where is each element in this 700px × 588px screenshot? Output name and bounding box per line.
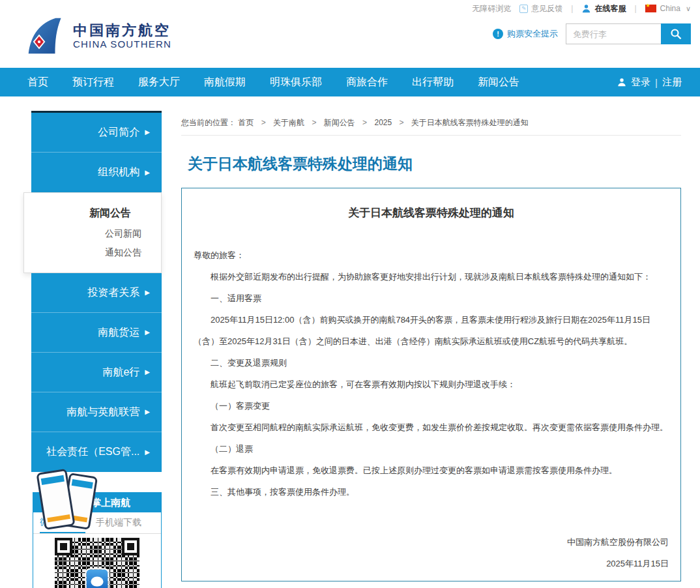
accessibility-link[interactable]: 无障碍浏览 (472, 3, 511, 14)
mobile-app-widget: 掌上南航 微信公众号 手机端下载 (33, 492, 162, 588)
article-paragraph: （二）退票 (194, 438, 669, 460)
nav-item-home[interactable]: 首页 (27, 76, 48, 89)
nav-items: 首页 预订行程 服务大厅 南航假期 明珠俱乐部 商旅合作 出行帮助 新闻公告 (0, 76, 519, 89)
nav-item-booking[interactable]: 预订行程 (72, 76, 114, 89)
sidebar-item-organization[interactable]: 组织机构 ▶ (31, 153, 162, 192)
search-input[interactable] (566, 23, 661, 44)
sidebar-item-label: 投资者关系 (87, 286, 139, 300)
sidebar-item-label: 南航e行 (102, 366, 139, 379)
breadcrumb-about[interactable]: 关于南航 (273, 118, 304, 127)
notice-article: 关于日本航线客票特殊处理的通知 尊敬的旅客： 根据外交部近期发布的出行提醒，为协… (181, 188, 681, 581)
article-paragraph: 二、变更及退票规则 (194, 352, 669, 374)
page-title: 关于日本航线客票特殊处理的通知 (188, 154, 681, 174)
breadcrumb-news[interactable]: 新闻公告 (324, 118, 355, 127)
breadcrumb-separator: > (261, 118, 266, 127)
search-icon (670, 28, 682, 40)
article-paragraph: 在客票有效期内申请退票，免收退票费。已按上述原则办理过变更的客票如申请退票需按客… (194, 460, 669, 481)
arrow-right-icon: ▶ (145, 369, 150, 375)
feedback-label: 意见反馈 (531, 3, 562, 14)
sidebar-item-label: 南航与英航联营 (66, 405, 139, 419)
header-tools: ! 购票安全提示 (493, 23, 691, 44)
auth-area: 登录 | 注册 (617, 76, 682, 89)
breadcrumb-current: 关于日本航线客票特殊处理的通知 (411, 118, 529, 127)
region-selector[interactable]: China ∨ (645, 4, 691, 13)
feedback-icon: ✎ (519, 5, 528, 13)
sidebar-menu: 投资者关系 ▶ 南航货运 ▶ 南航e行 ▶ 南航与英航联营 ▶ 社会责任（ESG… (31, 273, 162, 472)
article-paragraph: （一）客票变更 (194, 395, 669, 417)
sidebar-item-cargo[interactable]: 南航货运 ▶ (31, 313, 162, 353)
breadcrumb-separator: > (400, 118, 404, 127)
arrow-right-icon: ▶ (145, 409, 150, 415)
sidebar-menu: 公司简介 ▶ 组织机构 ▶ (31, 111, 162, 192)
breadcrumb-separator: > (362, 118, 367, 127)
online-service-link[interactable]: 在线客服 (581, 3, 626, 14)
breadcrumb-separator: > (312, 118, 316, 127)
article-paragraph: 尊敬的旅客： (194, 244, 669, 266)
login-link[interactable]: 登录 (631, 76, 650, 89)
main-nav: 首页 预订行程 服务大厅 南航假期 明珠俱乐部 商旅合作 出行帮助 新闻公告 登… (0, 68, 700, 96)
breadcrumb: 您当前的位置： 首页 > 关于南航 > 新闻公告 > 2025 > 关于日本航线… (181, 114, 681, 136)
nav-item-corporate-travel[interactable]: 商旅合作 (346, 76, 388, 89)
qr-code (55, 538, 139, 588)
nav-item-travel-help[interactable]: 出行帮助 (412, 76, 454, 89)
ticket-safety-label: 购票安全提示 (507, 28, 558, 40)
ticket-safety-link[interactable]: ! 购票安全提示 (493, 28, 558, 40)
sidebar-item-label: 社会责任（ESG管... (46, 445, 139, 459)
search-box (566, 23, 691, 44)
search-button[interactable] (661, 23, 691, 44)
article-paragraph: 三、其他事项，按客票使用条件办理。 (194, 481, 669, 503)
sidebar-item-news-active[interactable]: 新闻公告 (24, 202, 161, 224)
nav-item-sky-pearl-club[interactable]: 明珠俱乐部 (270, 76, 322, 89)
logo[interactable]: 中国南方航空 CHINA SOUTHERN (25, 17, 171, 55)
china-flag-icon (645, 5, 656, 12)
article-paragraph: 首次变更至相同航程的南航实际承运航班，免收变更费，如发生票价价差按规定收取。再次… (194, 417, 669, 438)
article-paragraph: 航班起飞前取消已定妥座位的旅客，可在客票有效期内按以下规则办理退改手续： (194, 374, 669, 395)
sidebar-item-e-travel[interactable]: 南航e行 ▶ (31, 353, 162, 392)
sidebar-item-ba-joint-venture[interactable]: 南航与英航联营 ▶ (31, 392, 162, 432)
customer-service-icon (581, 4, 591, 13)
arrow-right-icon: ▶ (145, 289, 150, 296)
arrow-right-icon: ▶ (145, 449, 150, 456)
utility-bar: 无障碍浏览 ✎ 意见反馈 | 在线客服 | China ∨ (0, 0, 700, 17)
feedback-link[interactable]: ✎ 意见反馈 (519, 3, 562, 14)
brand-name-cn: 中国南方航空 (73, 22, 171, 38)
sidebar-subitem-company-news[interactable]: 公司新闻 (24, 224, 161, 243)
site-header: 中国南方航空 CHINA SOUTHERN ! 购票安全提示 (0, 17, 700, 68)
region-label: China (660, 4, 680, 13)
sidebar: 公司简介 ▶ 组织机构 ▶ 新闻公告 公司新闻 通知公告 投资者关系 ▶ 南航货… (31, 111, 162, 472)
article-paragraph: 根据外交部近期发布的出行提醒，为协助旅客更好地安排出行计划，现就涉及南航日本航线… (194, 266, 669, 287)
arrow-right-icon: ▶ (145, 329, 150, 336)
divider: | (655, 77, 658, 88)
sidebar-item-label: 组织机构 (98, 166, 139, 179)
breadcrumb-year[interactable]: 2025 (374, 118, 392, 127)
article-title: 关于日本航线客票特殊处理的通知 (194, 205, 669, 220)
nav-item-news[interactable]: 新闻公告 (478, 76, 519, 89)
article-signature: 中国南方航空股份有限公司 (194, 531, 669, 553)
chevron-down-icon: ∨ (686, 5, 691, 13)
sidebar-item-investor-relations[interactable]: 投资者关系 ▶ (31, 273, 162, 313)
article-paragraph: 一、适用客票 (194, 287, 669, 309)
app-phones-image (36, 471, 111, 536)
sidebar-item-label: 南航货运 (98, 326, 139, 340)
article-paragraph: 2025年11月15日12:00（含）前购买或换开的南航784开头的客票，且客票… (194, 309, 669, 352)
brand-name-en: CHINA SOUTHERN (73, 38, 171, 50)
arrow-right-icon: ▶ (145, 169, 150, 176)
breadcrumb-prefix: 您当前的位置： (181, 118, 236, 127)
sidebar-subitem-notices[interactable]: 通知公告 (24, 243, 161, 262)
register-link[interactable]: 注册 (662, 76, 682, 89)
tailfin-icon (25, 17, 66, 55)
sidebar-active-panel: 新闻公告 公司新闻 通知公告 (23, 192, 162, 273)
main-area: 公司简介 ▶ 组织机构 ▶ 新闻公告 公司新闻 通知公告 投资者关系 ▶ 南航货… (0, 96, 700, 588)
content-area: 您当前的位置： 首页 > 关于南航 > 新闻公告 > 2025 > 关于日本航线… (181, 114, 681, 581)
divider: | (634, 4, 636, 13)
nav-item-service-hall[interactable]: 服务大厅 (138, 76, 180, 89)
breadcrumb-home[interactable]: 首页 (238, 118, 254, 127)
article-date: 2025年11月15日 (194, 553, 669, 574)
sidebar-item-company-profile[interactable]: 公司简介 ▶ (31, 113, 162, 153)
alert-icon: ! (493, 29, 503, 39)
sidebar-item-esg[interactable]: 社会责任（ESG管... ▶ (31, 432, 162, 472)
sidebar-item-label: 公司简介 (98, 126, 139, 140)
app-logo-icon (85, 568, 109, 588)
online-service-label: 在线客服 (594, 3, 626, 14)
nav-item-holidays[interactable]: 南航假期 (204, 76, 246, 89)
